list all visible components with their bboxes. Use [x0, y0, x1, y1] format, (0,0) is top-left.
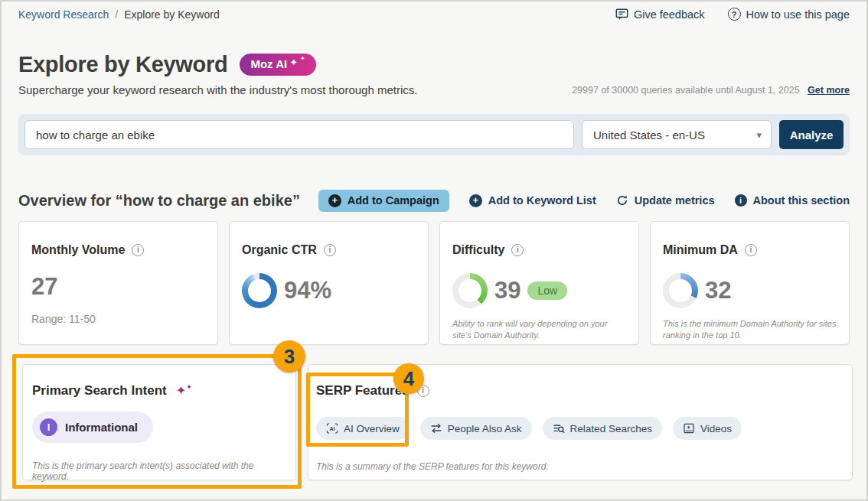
- informational-icon: I: [40, 418, 57, 436]
- minimum-da-value: 32: [705, 277, 731, 304]
- difficulty-level-badge: Low: [527, 281, 567, 300]
- related-searches-icon: [553, 422, 565, 434]
- annotation-badge-4: 4: [393, 363, 424, 394]
- analyze-button[interactable]: Analyze: [779, 120, 844, 149]
- monthly-volume-value: 27: [31, 273, 57, 301]
- update-metrics-button[interactable]: Update metrics: [616, 194, 715, 207]
- serp-feature-pills: AI AI Overview People Also Ask Related S…: [316, 417, 840, 440]
- minimum-da-card: Minimum DA i 32 This is the minimum Doma…: [650, 221, 850, 345]
- serp-pill-label: Related Searches: [570, 423, 652, 434]
- top-bar: Keyword Research / Explore by Keyword Gi…: [18, 7, 850, 21]
- breadcrumb: Keyword Research / Explore by Keyword: [18, 8, 220, 21]
- serp-pill-people-also-ask: People Also Ask: [420, 417, 532, 440]
- plus-circle-icon: +: [469, 194, 482, 207]
- chevron-down-icon: ▾: [756, 129, 762, 141]
- serp-note: This is a summary of the SERP features f…: [316, 461, 840, 472]
- serp-pill-label: Videos: [700, 423, 732, 434]
- add-to-keyword-list-button[interactable]: + Add to Keyword List: [469, 194, 596, 207]
- metric-cards-row: Monthly Volume i 27 Range: 11-50 Organic…: [18, 221, 850, 345]
- difficulty-donut-chart: [452, 273, 488, 308]
- give-feedback-link[interactable]: Give feedback: [615, 8, 705, 21]
- header-section: Explore by Keyword Moz AI ✦ ✦ Supercharg…: [18, 49, 850, 96]
- overview-actions: + Add to Campaign + Add to Keyword List …: [318, 190, 850, 212]
- locale-dropdown[interactable]: United States - en-US ▾: [582, 120, 772, 149]
- add-to-campaign-label: Add to Campaign: [348, 194, 439, 207]
- info-icon[interactable]: i: [745, 244, 757, 256]
- title-block: Explore by Keyword Moz AI ✦ ✦ Supercharg…: [18, 49, 417, 96]
- about-this-section-button[interactable]: i About this section: [735, 194, 850, 207]
- keyword-research-page: Keyword Research / Explore by Keyword Gi…: [0, 0, 868, 501]
- intent-pill-label: Informational: [65, 421, 138, 434]
- query-quota: 29997 of 30000 queries available until A…: [572, 85, 850, 96]
- update-metrics-label: Update metrics: [635, 194, 715, 207]
- question-icon: ?: [728, 8, 741, 21]
- minimum-da-title: Minimum DA: [663, 243, 738, 257]
- page-title: Explore by Keyword: [18, 52, 227, 77]
- sparkle-icon: ✦: [300, 56, 305, 62]
- difficulty-title: Difficulty: [452, 243, 504, 257]
- monthly-volume-title: Monthly Volume: [31, 243, 125, 257]
- bottom-section: Primary Search Intent ✦ ✦ I Informationa…: [2, 354, 866, 499]
- minimum-da-donut-chart: [663, 273, 698, 308]
- breadcrumb-link-keyword-research[interactable]: Keyword Research: [18, 8, 109, 21]
- info-icon[interactable]: i: [324, 244, 336, 256]
- page-subtitle: Supercharge your keyword research with t…: [18, 83, 417, 96]
- search-band: United States - en-US ▾ Analyze: [18, 114, 850, 155]
- difficulty-value: 39: [494, 277, 520, 304]
- serp-features-card: SERP Features i AI AI Overview People Al…: [308, 364, 853, 480]
- info-icon[interactable]: i: [511, 244, 524, 256]
- overview-header: Overview for “how to charge an ebike” + …: [18, 189, 850, 213]
- intent-pill-informational: I Informational: [32, 412, 153, 443]
- add-to-campaign-button[interactable]: + Add to Campaign: [318, 190, 449, 212]
- serp-pill-videos: Videos: [673, 417, 742, 440]
- quota-text: 29997 of 30000 queries available until A…: [572, 85, 799, 96]
- annotation-badge-3: 3: [273, 340, 305, 372]
- how-to-use-label: How to use this page: [746, 8, 850, 21]
- primary-search-intent-card: Primary Search Intent ✦ ✦ I Informationa…: [22, 364, 296, 480]
- how-to-use-link[interactable]: ? How to use this page: [728, 8, 850, 21]
- organic-ctr-title: Organic CTR: [242, 243, 317, 257]
- add-to-keyword-list-label: Add to Keyword List: [488, 194, 596, 207]
- difficulty-card: Difficulty i 39 Low Ability to rank will…: [439, 221, 639, 345]
- organic-ctr-donut-chart: [242, 273, 277, 308]
- breadcrumb-current: Explore by Keyword: [124, 8, 220, 21]
- plus-circle-icon: +: [328, 194, 341, 207]
- difficulty-note: Ability to rank will vary depending on y…: [452, 318, 626, 341]
- monthly-volume-card: Monthly Volume i 27 Range: 11-50: [18, 221, 218, 345]
- organic-ctr-card: Organic CTR i 94%: [229, 221, 429, 345]
- people-also-ask-icon: [430, 422, 442, 434]
- svg-text:AI: AI: [330, 426, 335, 431]
- serp-pill-ai-overview: AI AI Overview: [316, 417, 410, 440]
- about-this-section-label: About this section: [753, 194, 850, 207]
- get-more-link[interactable]: Get more: [808, 85, 850, 96]
- moz-ai-badge-label: Moz AI: [250, 57, 287, 71]
- moz-ai-badge: Moz AI ✦ ✦: [240, 54, 315, 76]
- serp-pill-related-searches: Related Searches: [543, 417, 662, 440]
- videos-icon: [683, 422, 695, 434]
- serp-pill-label: AI Overview: [344, 423, 400, 434]
- top-links: Give feedback ? How to use this page: [615, 8, 850, 21]
- feedback-icon: [615, 8, 628, 21]
- minimum-da-note: This is the minimum Domain Authority for…: [663, 318, 837, 341]
- ai-sparkles-icon: ✦ ✦: [176, 385, 192, 397]
- primary-search-intent-title: Primary Search Intent: [32, 383, 167, 399]
- give-feedback-label: Give feedback: [634, 8, 705, 21]
- info-circle-icon: i: [735, 194, 747, 207]
- serp-pill-label: People Also Ask: [448, 423, 522, 434]
- breadcrumb-separator: /: [115, 8, 118, 21]
- intent-note: This is the primary search intent(s) ass…: [32, 460, 283, 482]
- info-icon[interactable]: i: [132, 244, 144, 256]
- refresh-icon: [616, 194, 628, 207]
- keyword-search-input[interactable]: [24, 120, 574, 149]
- ai-overview-icon: AI: [326, 422, 338, 434]
- sparkle-icon: ✦: [289, 57, 298, 67]
- monthly-volume-range: Range: 11-50: [31, 313, 205, 325]
- overview-heading: Overview for “how to charge an ebike”: [18, 192, 300, 210]
- locale-selected-value: United States - en-US: [593, 129, 705, 142]
- organic-ctr-value: 94%: [284, 277, 331, 304]
